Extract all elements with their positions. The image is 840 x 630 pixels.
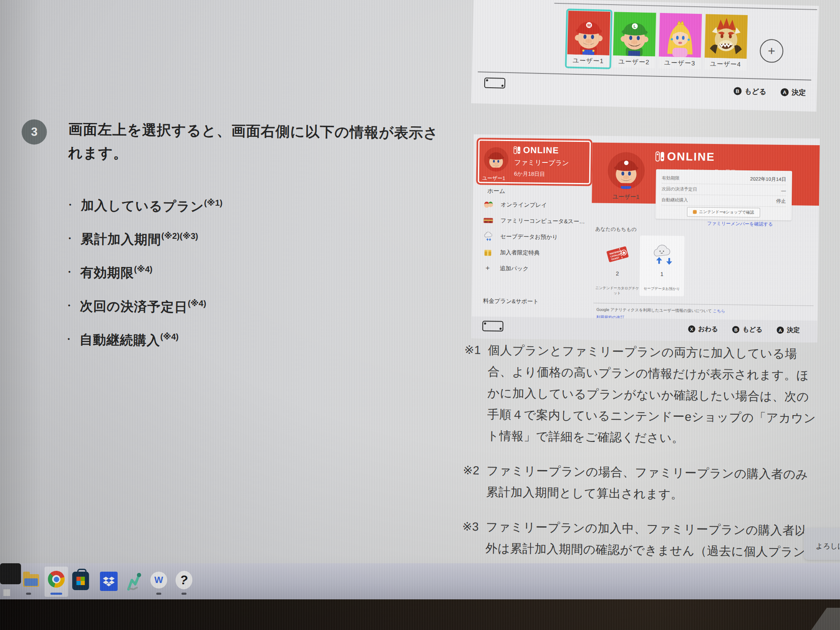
catalog-ticket-icon: NINTENDO CATALOG TICKET (595, 239, 640, 270)
chrome-icon (48, 571, 65, 588)
eshop-check-button[interactable]: ニンテンドーeショップで確認 (687, 207, 760, 217)
possession-tiles: NINTENDO CATALOG TICKET 2 ニンテンドーカタログチケット (595, 235, 685, 297)
expiry-row: 有効期限 2022年10月14日 (662, 173, 786, 185)
save-data-tile[interactable]: 1 セーブデータお預かり (639, 235, 685, 296)
divider (554, 3, 817, 10)
save-count: 1 (640, 271, 684, 277)
hint-confirm: A 決定 (780, 87, 806, 97)
tile-label: セーブデータお預かり (639, 286, 684, 292)
svg-text:L: L (633, 24, 636, 29)
hint-end: X おわる (688, 324, 718, 334)
catalog-ticket-tile[interactable]: NINTENDO CATALOG TICKET 2 ニンテンドーカタログチケット (595, 235, 640, 296)
gift-icon (483, 248, 493, 257)
auto-renewal-row: 自動継続購入 停止 (662, 194, 786, 207)
mario-avatar-icon: M (567, 11, 611, 55)
pinned-app-icon[interactable] (0, 563, 21, 584)
mario-avatar-icon (484, 147, 509, 172)
file-explorer-icon[interactable] (23, 574, 39, 587)
switch-handheld-icon (484, 78, 506, 89)
dropbox-icon[interactable] (100, 572, 118, 591)
menu-item-famicom[interactable]: ファミリーコンピュータ&スー… (483, 216, 585, 226)
user-label: ユーザー3 (659, 57, 701, 69)
tooltip-text: よろしけ (816, 542, 840, 550)
tile-label: ニンテンドーカタログチケット (595, 286, 639, 296)
add-user-button[interactable]: + (759, 39, 783, 63)
possessions-heading: あなたのもちもの (595, 226, 636, 233)
hint-back: B もどる (733, 86, 766, 97)
account-info-card: 有効期限 2022年10月14日 次回の決済予定日 — 自動継続購入 停止 ニン… (656, 169, 792, 220)
running-indicator (181, 593, 186, 595)
utility-app-icon[interactable] (125, 571, 143, 592)
running-indicator (26, 593, 31, 595)
bullet-item: ・自動継続購入(※4) (64, 330, 221, 350)
plan-name: ファミリープラン (514, 158, 569, 168)
chrome-active-backdrop[interactable] (45, 567, 68, 597)
step-3-section: 3 画面左上を選択すると、画面右側に以下の情報が表示されます。 ・加入しているプ… (17, 113, 445, 118)
user-label: ユーザー4 (704, 58, 747, 70)
user-tile-2[interactable]: L ユーザー2 (613, 12, 656, 68)
membership-duration: 6か月18日目 (514, 170, 545, 178)
user-tile-4[interactable]: ユーザー4 (704, 14, 748, 71)
a-button-icon: A (780, 88, 788, 96)
microsoft-store-icon[interactable] (72, 572, 89, 590)
user-tile-1[interactable]: M ユーザー1 (567, 11, 610, 67)
analytics-link[interactable]: こちら (713, 308, 725, 313)
bullet-item: ・有効期限(※4) (65, 263, 222, 283)
laptop-bezel (0, 599, 840, 630)
save-cloud-icon (640, 240, 685, 270)
hint-label: もどる (744, 86, 766, 97)
menu-label: 追加パック (500, 265, 529, 273)
user-label: ユーザー1 (567, 54, 609, 67)
menu-item-member-benefits[interactable]: 加入者限定特典 (483, 248, 540, 258)
info-bullet-list: ・加入しているプラン(※1) ・累計加入期間(※2)(※3) ・有効期限(※4)… (64, 196, 223, 366)
luigi-avatar-icon: L (613, 12, 656, 56)
user-label: ユーザー2 (613, 55, 655, 68)
plus-icon: + (768, 44, 775, 58)
plus-icon: + (483, 264, 493, 273)
selected-plan-card[interactable]: ONLINE ファミリープラン 6か月18日目 ユーザー1 (476, 138, 593, 186)
divider (478, 71, 811, 80)
laptop-screen-photo: M ユーザー1 (0, 0, 840, 630)
active-indicator (50, 593, 62, 595)
ticket-count: 2 (595, 270, 640, 277)
next-payment-row: 次回の決済予定日 — (662, 183, 786, 196)
eshop-icon (693, 210, 697, 214)
save-cloud-icon (483, 232, 493, 241)
hint-label: 決定 (791, 88, 806, 98)
divider (593, 303, 814, 306)
online-play-icon (483, 200, 494, 209)
hint-label: 決定 (787, 326, 800, 335)
step-heading: 画面左上を選択すると、画面右側に以下の情報が表示されます。 (68, 117, 440, 168)
profile-user-name: ユーザー1 (606, 193, 645, 201)
w-app-icon[interactable]: W (150, 572, 167, 588)
bullet-item: ・次回の決済予定日(※4) (64, 297, 221, 316)
step-number-badge: 3 (21, 119, 47, 145)
b-button-icon: B (732, 326, 740, 333)
hint-confirm: A 決定 (777, 326, 800, 335)
nso-membership-screenshot: ONLINE ファミリープラン 6か月18日目 ユーザー1 ONLINE ファミ… (471, 134, 820, 342)
bullet-item: ・加入しているプラン(※1) (65, 196, 222, 216)
controller-hints: X おわる B もどる A 決定 (688, 324, 800, 335)
analytics-note: Google アナリティクスを利用したユーザー情報の扱いについて こちら (596, 307, 725, 314)
user-select-screenshot: M ユーザー1 (471, 0, 819, 112)
card-user-name: ユーザー1 (482, 175, 505, 182)
bowser-avatar-icon (705, 14, 748, 59)
user-avatar-row: M ユーザー1 (567, 11, 784, 72)
hint-back: B もどる (732, 325, 763, 335)
menu-label: ファミリーコンピュータ&スー… (500, 217, 585, 225)
nso-online-logo: ONLINE (513, 145, 559, 155)
windows-taskbar: W ? (0, 563, 840, 599)
menu-item-online-play[interactable]: オンラインプレイ (483, 200, 547, 210)
nso-online-logo: ONLINE (655, 150, 715, 164)
footnote-1: ※1 個人プランとファミリープランの両方に加入している場合、より価格の高いプラン… (463, 339, 821, 450)
user-tile-3[interactable]: ユーザー3 (659, 13, 702, 69)
menu-item-save-data[interactable]: セーブデータお預かり (483, 232, 558, 242)
menu-item-expansion-pack[interactable]: + 追加パック (483, 264, 529, 273)
famicom-icon (483, 216, 493, 225)
svg-text:M: M (587, 23, 591, 28)
a-button-icon: A (777, 327, 784, 334)
menu-item-plans-support[interactable]: 料金プラン&サポート (483, 297, 539, 306)
family-members-link[interactable]: ファミリーメンバーを確認する (707, 220, 773, 227)
switch-handheld-icon (482, 321, 503, 332)
help-app-icon[interactable]: ? (174, 570, 194, 590)
